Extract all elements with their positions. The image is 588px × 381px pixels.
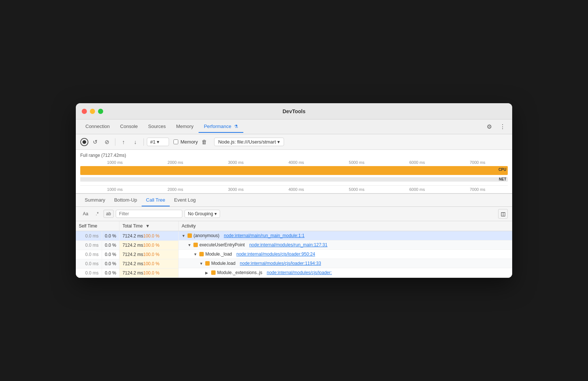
btick-2000: 2000 ms bbox=[145, 187, 205, 192]
activity-cell: ▼(anonymous)node:internal/main/run_main_… bbox=[179, 231, 512, 240]
filter-input[interactable] bbox=[116, 210, 182, 218]
activity-link[interactable]: node:internal/main/run_main_module:1:1 bbox=[224, 233, 304, 238]
record-button[interactable] bbox=[80, 138, 88, 146]
tab-console[interactable]: Console bbox=[115, 121, 143, 133]
tick-7000: 7000 ms bbox=[447, 160, 508, 165]
total-time-cell: 7124.2 ms100.0 % bbox=[119, 231, 179, 241]
activity-icon bbox=[211, 270, 216, 275]
tick-1000: 1000 ms bbox=[85, 160, 145, 165]
grouping-select[interactable]: No Grouping ▾ bbox=[185, 210, 220, 218]
more-button[interactable]: ⋮ bbox=[497, 122, 508, 132]
cpu-bar-container: CPU bbox=[80, 166, 508, 176]
activity-name: Module._load bbox=[205, 252, 232, 257]
filter-toolbar: Aa .* ab No Grouping ▾ ◫ bbox=[76, 207, 512, 221]
nav-actions: ⚙ ⋮ bbox=[484, 122, 508, 132]
activity-cell: ▼Module._loadnode:internal/modules/cjs/l… bbox=[179, 250, 512, 259]
self-pct-cell: 0.0 % bbox=[102, 231, 119, 241]
activity-name: (anonymous) bbox=[193, 233, 219, 238]
btick-7000: 7000 ms bbox=[447, 187, 508, 192]
expand-columns-button[interactable]: ◫ bbox=[498, 209, 508, 219]
table-row: 0.0 ms0.0 %7124.2 ms100.0 %▼Module.loadn… bbox=[76, 259, 512, 268]
tree-expand-arrow[interactable]: ▼ bbox=[199, 262, 204, 266]
call-tree-table-wrapper: Self Time Total Time ▼ Activity 0.0 ms0.… bbox=[76, 221, 512, 278]
self-pct-cell: 0.0 % bbox=[102, 268, 119, 277]
tree-expand-arrow[interactable]: ▶ bbox=[205, 271, 210, 275]
activity-icon bbox=[193, 243, 198, 247]
tab-event-log[interactable]: Event Log bbox=[170, 194, 200, 206]
grouping-label: No Grouping bbox=[188, 211, 213, 216]
self-time-cell: 0.0 ms bbox=[76, 259, 102, 268]
call-tree-table: Self Time Total Time ▼ Activity 0.0 ms0.… bbox=[76, 221, 512, 278]
tab-memory[interactable]: Memory bbox=[171, 121, 199, 133]
clear-memory-button[interactable]: 🗑 bbox=[199, 137, 210, 147]
reload-button[interactable]: ↺ bbox=[90, 137, 100, 147]
minimize-button[interactable] bbox=[90, 109, 95, 114]
titlebar: DevTools bbox=[76, 103, 512, 119]
sort-arrow-icon: ▼ bbox=[145, 223, 150, 229]
profile-label: #1 bbox=[150, 139, 155, 145]
timeline-section: Full range (7127.42ms) 1000 ms 2000 ms 3… bbox=[76, 150, 512, 193]
clear-button[interactable]: ⊘ bbox=[102, 137, 112, 147]
tab-sources[interactable]: Sources bbox=[143, 121, 171, 133]
th-self-time[interactable]: Self Time bbox=[76, 221, 119, 231]
tab-call-tree[interactable]: Call Tree bbox=[142, 194, 170, 206]
activity-link[interactable]: node:internal/modules/run_main:127:31 bbox=[249, 242, 327, 247]
node-selector-arrow: ▾ bbox=[277, 139, 280, 145]
filter-case-btn[interactable]: Aa bbox=[80, 210, 91, 218]
activity-name: Module.load bbox=[211, 261, 235, 266]
tab-performance[interactable]: Performance ⚗ bbox=[199, 121, 243, 133]
nav-tabs-bar: Connection Console Sources Memory Perfor… bbox=[76, 119, 512, 134]
window-title: DevTools bbox=[283, 108, 305, 114]
settings-button[interactable]: ⚙ bbox=[484, 122, 494, 132]
cpu-bar: CPU bbox=[80, 166, 508, 175]
activity-link[interactable]: node:internal/modules/cjs/loader: bbox=[267, 270, 332, 275]
tree-expand-arrow[interactable]: ▼ bbox=[193, 252, 198, 256]
table-header-row: Self Time Total Time ▼ Activity bbox=[76, 221, 512, 231]
activity-name: Module._extensions..js bbox=[217, 270, 262, 275]
tab-summary[interactable]: Summary bbox=[80, 194, 110, 206]
self-time-cell: 0.0 ms bbox=[76, 240, 102, 250]
devtools-window: DevTools Connection Console Sources Memo… bbox=[76, 103, 512, 278]
traffic-lights bbox=[82, 109, 103, 114]
timeline-range-label: Full range (7127.42ms) bbox=[80, 153, 508, 158]
activity-icon bbox=[187, 233, 192, 238]
table-row: 0.0 ms0.0 %7124.2 ms100.0 %▶Module._exte… bbox=[76, 268, 512, 277]
total-time-cell: 7124.2 ms100.0 % bbox=[119, 259, 179, 268]
net-bar-container: NET bbox=[80, 177, 508, 185]
memory-checkbox-label[interactable]: Memory bbox=[180, 139, 198, 145]
download-button[interactable]: ↓ bbox=[130, 137, 141, 147]
cpu-label: CPU bbox=[499, 168, 506, 172]
activity-cell: ▼executeUserEntryPointnode:internal/modu… bbox=[179, 240, 512, 250]
btick-3000: 3000 ms bbox=[206, 187, 266, 192]
upload-button[interactable]: ↑ bbox=[118, 137, 129, 147]
node-selector[interactable]: Node.js: file:///Users/stmart ▾ bbox=[214, 138, 284, 146]
th-activity[interactable]: Activity bbox=[179, 221, 512, 231]
self-time-cell: 0.0 ms bbox=[76, 268, 102, 277]
maximize-button[interactable] bbox=[98, 109, 103, 114]
total-time-cell: 7124.2 ms100.0 % bbox=[119, 240, 179, 250]
filter-regex-btn[interactable]: .* bbox=[93, 210, 101, 218]
filter-whole-word-btn[interactable]: ab bbox=[104, 210, 114, 218]
btick-4000: 4000 ms bbox=[266, 187, 326, 192]
activity-link[interactable]: node:internal/modules/cjs/loader:950:24 bbox=[236, 252, 315, 257]
tick-6000: 6000 ms bbox=[387, 160, 447, 165]
tab-connection[interactable]: Connection bbox=[80, 121, 115, 133]
close-button[interactable] bbox=[82, 109, 87, 114]
profile-selector[interactable]: #1 ▾ bbox=[147, 138, 169, 146]
self-pct-cell: 0.0 % bbox=[102, 259, 119, 268]
activity-icon bbox=[205, 261, 210, 266]
btick-5000: 5000 ms bbox=[327, 187, 387, 192]
activity-link[interactable]: node:internal/modules/cjs/loader:1194:33 bbox=[240, 261, 321, 266]
tree-expand-arrow[interactable]: ▼ bbox=[187, 243, 192, 247]
tree-expand-arrow[interactable]: ▼ bbox=[182, 234, 186, 238]
profile-dropdown-arrow: ▾ bbox=[157, 139, 159, 145]
table-row: 0.0 ms0.0 %7124.2 ms100.0 %▼(anonymous)n… bbox=[76, 231, 512, 241]
tab-bottom-up[interactable]: Bottom-Up bbox=[110, 194, 142, 206]
total-time-cell: 7124.2 ms100.0 % bbox=[119, 268, 179, 277]
table-body: 0.0 ms0.0 %7124.2 ms100.0 %▼(anonymous)n… bbox=[76, 231, 512, 278]
th-total-time[interactable]: Total Time ▼ bbox=[119, 221, 179, 231]
activity-cell: ▶Module._extensions..jsnode:internal/mod… bbox=[179, 268, 512, 277]
memory-checkbox[interactable] bbox=[173, 139, 178, 144]
activity-name: executeUserEntryPoint bbox=[199, 242, 245, 247]
tick-4000: 4000 ms bbox=[266, 160, 326, 165]
